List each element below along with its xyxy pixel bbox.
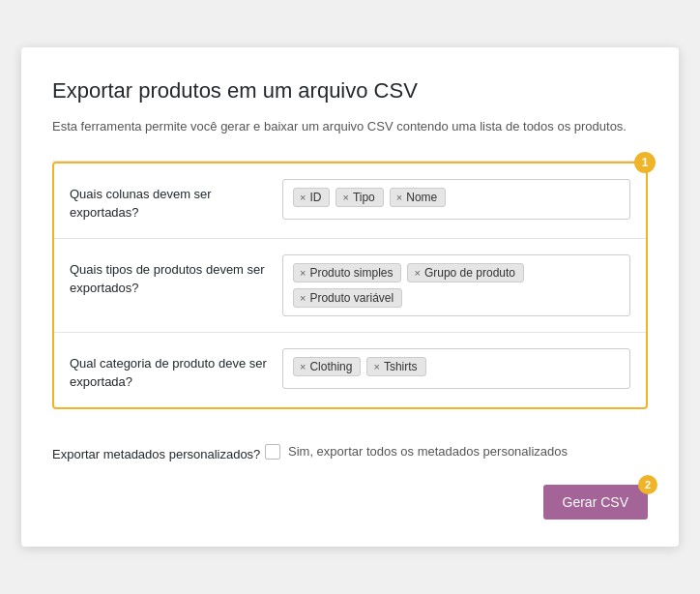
- modal-description: Esta ferramenta permite você gerar e bai…: [52, 117, 648, 137]
- tag-nome-remove[interactable]: ×: [396, 192, 402, 203]
- tag-id-label: ID: [309, 191, 321, 204]
- tag-produto-variavel-remove[interactable]: ×: [300, 292, 306, 304]
- types-label: Quais tipos de produtos devem ser export…: [70, 254, 282, 298]
- highlighted-section: 1 Quais colunas devem ser exportadas? × …: [52, 162, 648, 409]
- tag-clothing[interactable]: × Clothing: [293, 357, 361, 376]
- modal-footer: Gerar CSV 2: [52, 477, 648, 520]
- metadata-field: Sim, exportar todos os metadados persona…: [265, 444, 648, 460]
- metadata-label: Exportar metadados personalizados?: [52, 444, 265, 461]
- tag-id[interactable]: × ID: [293, 188, 330, 207]
- tag-grupo-produto-remove[interactable]: ×: [414, 267, 420, 279]
- generate-csv-label: Gerar CSV: [563, 494, 628, 510]
- columns-field[interactable]: × ID × Tipo × Nome: [282, 179, 630, 220]
- highlight-badge-1: 1: [634, 152, 656, 173]
- category-row: Qual categoria de produto deve ser expor…: [54, 333, 646, 407]
- generate-csv-button[interactable]: Gerar CSV 2: [543, 485, 648, 520]
- category-field[interactable]: × Clothing × Tshirts: [282, 348, 630, 389]
- tag-tipo-label: Tipo: [353, 191, 375, 204]
- tag-nome-label: Nome: [406, 191, 437, 204]
- tag-produto-variavel-label: Produto variável: [309, 291, 394, 305]
- metadata-row: Exportar metadados personalizados? Sim, …: [52, 429, 648, 469]
- tag-clothing-remove[interactable]: ×: [300, 361, 306, 372]
- tag-tshirts-label: Tshirts: [384, 360, 418, 373]
- tag-grupo-produto-label: Grupo de produto: [424, 266, 515, 280]
- tag-produto-variavel[interactable]: × Produto variável: [293, 288, 402, 308]
- columns-row: Quais colunas devem ser exportadas? × ID…: [54, 163, 646, 239]
- columns-label: Quais colunas devem ser exportadas?: [70, 179, 282, 223]
- tag-produto-simples-remove[interactable]: ×: [300, 267, 306, 279]
- tag-grupo-produto[interactable]: × Grupo de produto: [407, 263, 524, 282]
- tag-id-remove[interactable]: ×: [300, 192, 306, 203]
- generate-csv-badge: 2: [638, 475, 657, 494]
- tag-clothing-label: Clothing: [309, 360, 352, 373]
- tag-tipo-remove[interactable]: ×: [342, 192, 348, 203]
- category-label: Qual categoria de produto deve ser expor…: [70, 348, 282, 392]
- modal-title: Exportar produtos em um arquivo CSV: [52, 78, 648, 104]
- types-row: Quais tipos de produtos devem ser export…: [54, 239, 646, 333]
- tag-tipo[interactable]: × Tipo: [335, 188, 383, 207]
- tag-tshirts[interactable]: × Tshirts: [366, 357, 425, 376]
- tag-produto-simples-label: Produto simples: [309, 266, 393, 280]
- export-modal: Exportar produtos em um arquivo CSV Esta…: [21, 47, 679, 547]
- tag-produto-simples[interactable]: × Produto simples: [293, 263, 401, 282]
- metadata-checkbox-label: Sim, exportar todos os metadados persona…: [288, 444, 568, 459]
- types-field[interactable]: × Produto simples × Grupo de produto × P…: [282, 254, 630, 316]
- metadata-checkbox[interactable]: [265, 444, 280, 460]
- tag-nome[interactable]: × Nome: [390, 188, 446, 207]
- tag-tshirts-remove[interactable]: ×: [373, 361, 379, 372]
